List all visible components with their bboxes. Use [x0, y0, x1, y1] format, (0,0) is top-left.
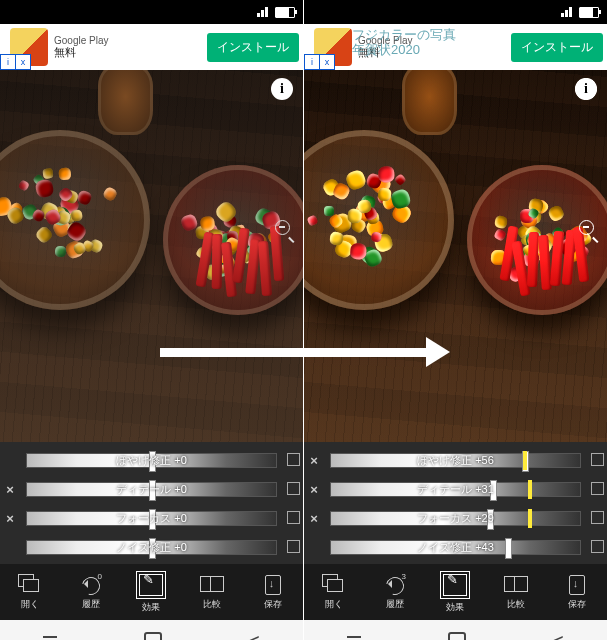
ad-info-icon[interactable]: i: [304, 54, 319, 70]
ad-banner[interactable]: i x Google Play 無料 フジカラーの写真年賀状2020 インストー…: [304, 24, 607, 70]
slider-thumb[interactable]: [490, 480, 497, 501]
slider-row[interactable]: ×ディテール +0: [0, 475, 303, 504]
nav-home[interactable]: [448, 632, 466, 640]
slider-pin: [528, 480, 532, 499]
nav-recent[interactable]: [347, 636, 361, 640]
ad-price-label: 無料: [358, 46, 511, 58]
slider-track[interactable]: [330, 453, 581, 468]
slider-reset-box[interactable]: [587, 481, 607, 499]
slider-reset-box[interactable]: [587, 539, 607, 557]
ad-badge[interactable]: i x: [0, 54, 31, 70]
slider-track[interactable]: [330, 540, 581, 555]
slider-track[interactable]: [26, 482, 277, 497]
save-button[interactable]: 保存: [242, 564, 303, 620]
nav-back[interactable]: <: [552, 630, 564, 641]
slider-pin: [523, 451, 527, 470]
info-icon[interactable]: i: [575, 78, 597, 100]
android-navbar: <: [304, 620, 607, 640]
status-bar: [0, 0, 303, 24]
ad-close-icon[interactable]: x: [319, 54, 335, 70]
slider-panel: ぼやけ修正 +0×ディテール +0×フォーカス +0ノイズ修正 +0: [0, 442, 303, 564]
install-button[interactable]: インストール: [511, 33, 603, 62]
slider-thumb[interactable]: [505, 538, 512, 559]
photo-preview[interactable]: i: [304, 70, 607, 442]
open-button[interactable]: 開く: [304, 564, 365, 620]
slider-reset-box[interactable]: [283, 481, 303, 499]
slider-reset-x[interactable]: ×: [0, 482, 20, 497]
ad-store-label: Google Play: [54, 35, 207, 46]
effect-button[interactable]: 効果: [425, 564, 486, 620]
slider-reset-box[interactable]: [587, 452, 607, 470]
bottom-toolbar: 開く 3履歴 効果 比較 保存: [304, 564, 607, 620]
slider-row[interactable]: ×フォーカス +0: [0, 504, 303, 533]
slider-thumb[interactable]: [149, 480, 156, 501]
status-bar: [304, 0, 607, 24]
slider-row[interactable]: ×ぼやけ修正 +56: [304, 446, 607, 475]
info-icon[interactable]: i: [271, 78, 293, 100]
android-navbar: <: [0, 620, 303, 640]
slider-reset-x[interactable]: ×: [304, 511, 324, 526]
slider-thumb[interactable]: [487, 509, 494, 530]
slider-thumb[interactable]: [149, 509, 156, 530]
photo-preview[interactable]: i: [0, 70, 303, 442]
slider-track[interactable]: [26, 453, 277, 468]
open-button[interactable]: 開く: [0, 564, 61, 620]
ad-store-label: Google Play: [358, 35, 511, 46]
slider-row[interactable]: ノイズ修正 +0: [0, 533, 303, 562]
slider-track[interactable]: [330, 511, 581, 526]
save-button[interactable]: 保存: [546, 564, 607, 620]
slider-track[interactable]: [330, 482, 581, 497]
ad-banner[interactable]: i x Google Play 無料 インストール: [0, 24, 303, 70]
slider-reset-x[interactable]: ×: [304, 453, 324, 468]
nav-recent[interactable]: [43, 636, 57, 640]
slider-thumb[interactable]: [149, 538, 156, 559]
ad-close-icon[interactable]: x: [15, 54, 31, 70]
compare-button[interactable]: 比較: [486, 564, 547, 620]
phone-right: i x Google Play 無料 フジカラーの写真年賀状2020 インストー…: [304, 0, 607, 640]
history-button[interactable]: 3履歴: [365, 564, 426, 620]
slider-row[interactable]: ノイズ修正 +43: [304, 533, 607, 562]
slider-pin: [528, 509, 532, 528]
slider-thumb[interactable]: [149, 451, 156, 472]
slider-track[interactable]: [26, 511, 277, 526]
slider-row[interactable]: ×フォーカス +29: [304, 504, 607, 533]
zoom-out-icon[interactable]: [579, 220, 599, 240]
slider-reset-x[interactable]: ×: [304, 482, 324, 497]
slider-reset-box[interactable]: [283, 452, 303, 470]
bottom-toolbar: 開く 0履歴 効果 比較 保存: [0, 564, 303, 620]
slider-reset-x[interactable]: ×: [0, 511, 20, 526]
slider-track[interactable]: [26, 540, 277, 555]
slider-panel: ×ぼやけ修正 +56×ディテール +31×フォーカス +29ノイズ修正 +43: [304, 442, 607, 564]
install-button[interactable]: インストール: [207, 33, 299, 62]
ad-price-label: 無料: [54, 46, 207, 58]
compare-button[interactable]: 比較: [182, 564, 243, 620]
slider-row[interactable]: ×ディテール +31: [304, 475, 607, 504]
zoom-out-icon[interactable]: [275, 220, 295, 240]
slider-reset-box[interactable]: [587, 510, 607, 528]
slider-reset-box[interactable]: [283, 539, 303, 557]
history-button[interactable]: 0履歴: [61, 564, 122, 620]
slider-row[interactable]: ぼやけ修正 +0: [0, 446, 303, 475]
ad-info-icon[interactable]: i: [0, 54, 15, 70]
slider-reset-box[interactable]: [283, 510, 303, 528]
ad-badge[interactable]: i x: [304, 54, 335, 70]
phone-left: i x Google Play 無料 インストール i ぼやけ修正 +0×ディテ…: [0, 0, 303, 640]
nav-back[interactable]: <: [248, 630, 260, 641]
effect-button[interactable]: 効果: [121, 564, 182, 620]
nav-home[interactable]: [144, 632, 162, 640]
